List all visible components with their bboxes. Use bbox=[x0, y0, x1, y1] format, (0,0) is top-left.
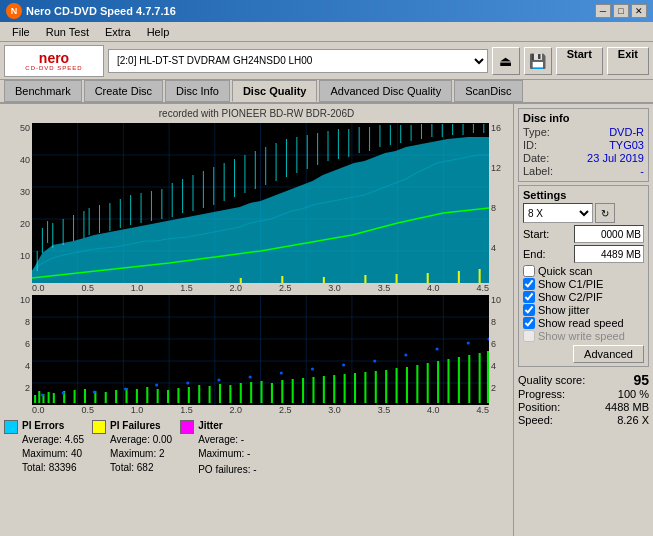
top-chart-svg bbox=[32, 123, 489, 283]
disc-type-row: Type: DVD-R bbox=[523, 126, 644, 138]
svg-rect-87 bbox=[53, 393, 55, 403]
tab-disc-info[interactable]: Disc Info bbox=[165, 80, 230, 102]
app-icon: N bbox=[6, 3, 22, 19]
show-read-speed-row: Show read speed bbox=[523, 317, 644, 329]
quality-section: Quality score: 95 Progress: 100 % Positi… bbox=[518, 370, 649, 427]
quality-score-row: Quality score: 95 bbox=[518, 372, 649, 388]
tab-benchmark[interactable]: Benchmark bbox=[4, 80, 82, 102]
bottom-chart-section: 10 8 6 4 2 bbox=[4, 295, 509, 415]
end-input[interactable] bbox=[574, 245, 644, 263]
start-button[interactable]: Start bbox=[556, 47, 603, 75]
svg-rect-67 bbox=[458, 271, 460, 283]
pi-errors-color bbox=[4, 420, 18, 434]
progress-row: Progress: 100 % bbox=[518, 388, 649, 400]
svg-rect-109 bbox=[281, 380, 283, 403]
minimize-button[interactable]: ─ bbox=[595, 4, 611, 18]
svg-rect-65 bbox=[396, 274, 398, 283]
svg-rect-121 bbox=[406, 367, 408, 403]
quality-score-value: 95 bbox=[633, 372, 649, 388]
svg-rect-103 bbox=[219, 384, 221, 403]
tab-disc-quality[interactable]: Disc Quality bbox=[232, 80, 318, 102]
right-panel: Disc info Type: DVD-R ID: TYG03 Date: 23… bbox=[513, 104, 653, 536]
top-chart-y-axis-right: 16 12 8 4 bbox=[489, 123, 509, 283]
eject-icon-button[interactable]: ⏏ bbox=[492, 47, 520, 75]
bottom-chart-canvas bbox=[32, 295, 489, 405]
top-chart-canvas bbox=[32, 123, 489, 283]
svg-point-130 bbox=[41, 394, 44, 397]
legend-pi-failures: PI Failures Average: 0.00 Maximum: 2 Tot… bbox=[92, 419, 172, 477]
start-row: Start: bbox=[523, 225, 644, 243]
svg-rect-111 bbox=[302, 378, 304, 403]
svg-rect-127 bbox=[468, 355, 470, 403]
show-write-speed-row: Show write speed bbox=[523, 330, 644, 342]
svg-rect-122 bbox=[416, 365, 418, 403]
jitter-text: Jitter Average: - Maximum: - PO failures… bbox=[198, 419, 256, 477]
svg-rect-117 bbox=[364, 372, 366, 403]
svg-rect-106 bbox=[250, 382, 252, 403]
settings-section: Settings 8 X ↻ Start: End: Quick scan bbox=[518, 185, 649, 367]
svg-point-143 bbox=[436, 348, 439, 351]
show-c1-pie-checkbox[interactable] bbox=[523, 278, 535, 290]
title-text: N Nero CD-DVD Speed 4.7.7.16 bbox=[6, 3, 176, 19]
svg-rect-108 bbox=[271, 383, 273, 403]
disc-label-row: Label: - bbox=[523, 165, 644, 177]
tab-advanced-disc-quality[interactable]: Advanced Disc Quality bbox=[319, 80, 452, 102]
svg-rect-96 bbox=[146, 387, 148, 403]
svg-rect-129 bbox=[487, 351, 489, 403]
advanced-button[interactable]: Advanced bbox=[573, 345, 644, 363]
show-read-speed-checkbox[interactable] bbox=[523, 317, 535, 329]
nero-logo: nero CD-DVD SPEED bbox=[4, 45, 104, 77]
disc-info-title: Disc info bbox=[523, 112, 644, 124]
svg-rect-118 bbox=[375, 371, 377, 403]
legend-jitter: Jitter Average: - Maximum: - PO failures… bbox=[180, 419, 256, 477]
tab-create-disc[interactable]: Create Disc bbox=[84, 80, 163, 102]
quick-scan-checkbox[interactable] bbox=[523, 265, 535, 277]
svg-rect-124 bbox=[437, 361, 439, 403]
menu-bar: File Run Test Extra Help bbox=[0, 22, 653, 42]
drive-select[interactable]: [2:0] HL-DT-ST DVDRAM GH24NSD0 LH00 bbox=[108, 49, 488, 73]
start-input[interactable] bbox=[574, 225, 644, 243]
svg-rect-90 bbox=[84, 389, 86, 403]
bottom-chart-x-axis: 0.0 0.5 1.0 1.5 2.0 2.5 3.0 3.5 4.0 4.5 bbox=[4, 405, 489, 415]
svg-point-139 bbox=[311, 368, 314, 371]
toolbar: nero CD-DVD SPEED [2:0] HL-DT-ST DVDRAM … bbox=[0, 42, 653, 80]
menu-help[interactable]: Help bbox=[139, 24, 178, 40]
window-controls: ─ □ ✕ bbox=[595, 4, 647, 18]
svg-point-137 bbox=[249, 376, 252, 379]
nero-logo-subtitle: CD-DVD SPEED bbox=[25, 65, 82, 71]
main-content: recorded with PIONEER BD-RW BDR-206D 50 … bbox=[0, 104, 653, 536]
svg-rect-97 bbox=[157, 389, 159, 403]
svg-rect-98 bbox=[167, 390, 169, 403]
speed-select[interactable]: 8 X bbox=[523, 203, 593, 223]
exit-button[interactable]: Exit bbox=[607, 47, 649, 75]
svg-rect-107 bbox=[261, 381, 263, 403]
svg-rect-128 bbox=[479, 353, 481, 403]
nero-logo-text: nero bbox=[39, 51, 69, 65]
svg-rect-68 bbox=[479, 269, 481, 283]
svg-rect-119 bbox=[385, 370, 387, 403]
save-icon-button[interactable]: 💾 bbox=[524, 47, 552, 75]
quick-scan-row: Quick scan bbox=[523, 265, 644, 277]
show-jitter-checkbox[interactable] bbox=[523, 304, 535, 316]
svg-point-142 bbox=[404, 354, 407, 357]
svg-rect-62 bbox=[281, 276, 283, 283]
svg-rect-104 bbox=[229, 385, 231, 403]
svg-rect-61 bbox=[240, 278, 242, 283]
show-c2-pif-checkbox[interactable] bbox=[523, 291, 535, 303]
maximize-button[interactable]: □ bbox=[613, 4, 629, 18]
advanced-btn-container: Advanced bbox=[523, 343, 644, 363]
svg-rect-64 bbox=[364, 275, 366, 283]
tab-scandisc[interactable]: ScanDisc bbox=[454, 80, 522, 102]
menu-extra[interactable]: Extra bbox=[97, 24, 139, 40]
svg-rect-126 bbox=[458, 357, 460, 403]
svg-point-136 bbox=[217, 379, 220, 382]
svg-rect-114 bbox=[333, 375, 335, 403]
refresh-button[interactable]: ↻ bbox=[595, 203, 615, 223]
svg-point-141 bbox=[373, 360, 376, 363]
svg-rect-113 bbox=[323, 376, 325, 403]
menu-file[interactable]: File bbox=[4, 24, 38, 40]
menu-run-test[interactable]: Run Test bbox=[38, 24, 97, 40]
disc-id-row: ID: TYG03 bbox=[523, 139, 644, 151]
close-button[interactable]: ✕ bbox=[631, 4, 647, 18]
show-c1-pie-row: Show C1/PIE bbox=[523, 278, 644, 290]
